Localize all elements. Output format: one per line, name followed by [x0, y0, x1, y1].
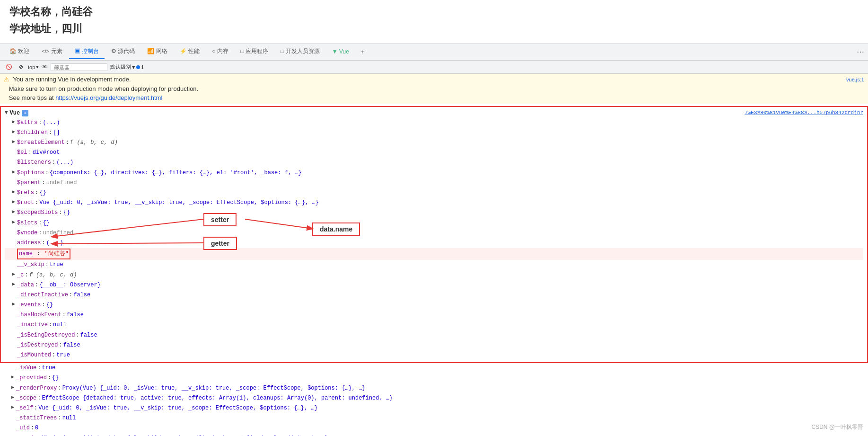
- tab-application[interactable]: □ 应用程序: [235, 44, 274, 59]
- prop-self: ▶ _self : Vue {_uid: 0, _isVue: true, __…: [4, 403, 864, 413]
- warning-line3: See more tips at: [9, 94, 55, 101]
- prop-vnode: ▶ _vnode : VNode {tag: 'div', data: {…},…: [4, 434, 864, 436]
- prop-listeners: ▶ $listeners : (...): [5, 158, 863, 168]
- vue-icon: ▼: [332, 48, 338, 55]
- home-icon: 🏠: [9, 48, 17, 54]
- below-box-output: ▶ _isVue : true ▶ _provided : {} ▶ _rend…: [0, 363, 868, 436]
- vue-label: Vue: [10, 109, 20, 118]
- count-dot: [136, 65, 140, 69]
- vue-properties: ▶ $attrs : (...) ▶ $children : [] ▶ $cre…: [1, 118, 867, 361]
- tab-devres[interactable]: □ 开发人员资源: [275, 44, 325, 59]
- school-name-title: 学校名称，尚硅谷: [9, 5, 859, 19]
- prop-address: ▶ address : (...): [5, 238, 863, 248]
- prop-attrs: ▶ $attrs : (...): [5, 118, 863, 128]
- perf-icon: ⚡: [180, 48, 187, 54]
- level-select-wrapper[interactable]: 默认级别 ▾ 1: [110, 63, 144, 71]
- add-tab-button[interactable]: +: [360, 48, 364, 55]
- vue-source-link[interactable]: 7%E3%80%81vue%E4%88%...h57p6h842drdjnr: [745, 109, 863, 117]
- prop-vnode: ▶ $vnode : undefined: [5, 228, 863, 238]
- prop-scope: ▶ _scope : EffectScope {detached: true, …: [4, 393, 864, 403]
- vue-info-badge: i: [22, 110, 28, 116]
- prop-vskip: ▶ __v_skip : true: [5, 260, 863, 270]
- dropdown-arrow-icon: ▾: [36, 64, 39, 70]
- prop-inactive: ▶ _inactive : null: [5, 320, 863, 330]
- tab-vue[interactable]: ▼ Vue: [326, 45, 355, 59]
- vue-object-container: ▼ Vue i 7%E3%80%81vue%E4%88%...h57p6h842…: [0, 104, 868, 364]
- prop-el: ▶ $el : div#root: [5, 148, 863, 158]
- prop-isvue: ▶ _isVue : true: [4, 363, 864, 373]
- prop-ismounted: ▶ _isMounted : true: [5, 350, 863, 360]
- filter-input[interactable]: [51, 63, 107, 71]
- tab-elements[interactable]: </> 元素: [36, 44, 68, 59]
- prop-children: ▶ $children : []: [5, 128, 863, 138]
- elements-icon: </>: [42, 48, 49, 54]
- devtools-tabs: 🏠 欢迎 </> 元素 ▣ 控制台 ⚙ 源代码 📶 网络 ⚡ 性能 ○ 内存 □…: [0, 44, 868, 61]
- app-icon: □: [241, 48, 244, 54]
- prop-parent: ▶ $parent : undefined: [5, 178, 863, 188]
- prop-options: ▶ $options : {components: {…}, directive…: [5, 168, 863, 178]
- page-header: 学校名称，尚硅谷 学校地址，四川: [0, 0, 868, 43]
- count-badge: 1: [141, 64, 144, 70]
- devres-icon: □: [281, 48, 284, 54]
- clear-console-button[interactable]: 🚫: [4, 63, 14, 71]
- prop-renderproxy: ▶ _renderProxy : Proxy(Vue) {_uid: 0, _i…: [4, 383, 864, 393]
- prop-isbeingdestroyed: ▶ _isBeingDestroyed : false: [5, 330, 863, 340]
- warning-line2: Make sure to turn on production mode whe…: [9, 85, 198, 92]
- prop-root: ▶ $root : Vue {_uid: 0, _isVue: true, __…: [5, 198, 863, 208]
- memory-icon: ○: [212, 48, 215, 54]
- vue-expand-triangle[interactable]: ▼: [5, 109, 8, 117]
- level-label: 默认级别: [110, 63, 131, 71]
- level-dropdown-icon: ▾: [132, 63, 135, 71]
- warning-icon: ⚠: [4, 76, 9, 83]
- tab-console[interactable]: ▣ 控制台: [69, 44, 105, 59]
- console-icon: ▣: [75, 48, 80, 54]
- prop-createelement: ▶ $createElement : f (a, b, c, d): [5, 138, 863, 148]
- prop-name: ▶ name : "尚硅谷": [5, 248, 863, 260]
- prop-uid: ▶ _uid : 0: [4, 423, 864, 433]
- prop-data: ▶ _data : {__ob__: Observer}: [5, 280, 863, 290]
- context-selector[interactable]: top ▾: [28, 64, 39, 70]
- vue-output-header: ▼ Vue i 7%E3%80%81vue%E4%88%...h57p6h842…: [1, 109, 867, 118]
- console-area: ⚠ You are running Vue in development mod…: [0, 74, 868, 436]
- tab-performance[interactable]: ⚡ 性能: [174, 44, 205, 59]
- more-tabs-button[interactable]: ⋯: [857, 47, 864, 56]
- warning-line1: You are running Vue in development mode.: [13, 76, 131, 83]
- tab-welcome[interactable]: 🏠 欢迎: [4, 44, 35, 59]
- tab-sources[interactable]: ⚙ 源代码: [105, 44, 140, 59]
- prop-directinactive: ▶ _directInactive : false: [5, 290, 863, 300]
- console-toolbar: 🚫 ⊘ top ▾ 👁 默认级别 ▾ 1: [0, 61, 868, 74]
- top-label: top: [28, 64, 35, 70]
- deployment-link[interactable]: https://vuejs.org/guide/deployment.html: [55, 94, 162, 101]
- tab-network[interactable]: 📶 网络: [141, 44, 173, 59]
- sources-icon: ⚙: [111, 48, 116, 54]
- vue-file-link[interactable]: vue.js:1: [846, 77, 864, 82]
- prop-provided: ▶ _provided : {}: [4, 373, 864, 383]
- ban-icon[interactable]: ⊘: [17, 63, 25, 71]
- vue-red-box: ▼ Vue i 7%E3%80%81vue%E4%88%...h57p6h842…: [0, 106, 868, 364]
- prop-c: ▶ _c : f (a, b, c, d): [5, 270, 863, 280]
- name-highlight-box: name : "尚硅谷": [17, 249, 70, 259]
- prop-statictrees: ▶ _staticTrees : null: [4, 413, 864, 423]
- prop-slots: ▶ $slots : {}: [5, 218, 863, 228]
- watermark: CSDN @一叶枫零晋: [811, 423, 863, 431]
- prop-scopedslots: ▶ $scopedSlots : {}: [5, 208, 863, 218]
- prop-refs: ▶ $refs : {}: [5, 188, 863, 198]
- school-address-title: 学校地址，四川: [9, 22, 859, 36]
- vue-warning-message: ⚠ You are running Vue in development mod…: [0, 74, 868, 104]
- tab-memory[interactable]: ○ 内存: [206, 44, 234, 59]
- prop-hashookevent: ▶ _hasHookEvent : false: [5, 310, 863, 320]
- prop-events: ▶ _events : {}: [5, 300, 863, 310]
- prop-isdestroyed: ▶ _isDestroyed : false: [5, 340, 863, 350]
- eye-icon[interactable]: 👁: [42, 63, 48, 71]
- network-icon: 📶: [147, 48, 154, 54]
